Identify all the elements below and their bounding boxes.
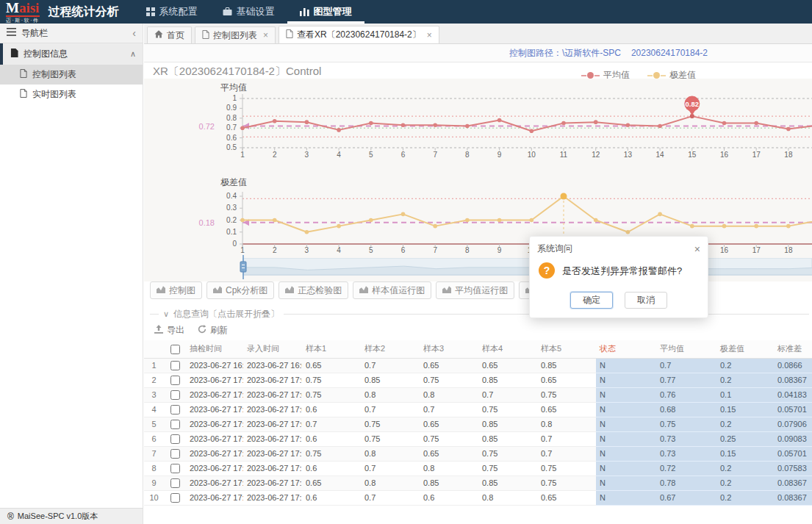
svg-text:17: 17 — [752, 246, 761, 254]
mini-chart-icon — [213, 285, 222, 295]
legend-marker — [647, 72, 666, 79]
confirm-button[interactable]: 确定 — [570, 292, 613, 309]
chevron-down-icon: ∨ — [163, 309, 169, 319]
col-header-6: 样本5 — [537, 340, 596, 358]
chart-title: XR〔20230624170184-2〕Control — [153, 65, 321, 79]
col-header-0: 抽检时间 — [186, 340, 243, 358]
svg-text:8: 8 — [465, 151, 470, 159]
mini-chart-icon — [359, 285, 368, 295]
table-row: 92023-06-27 17:112023-06-27 17:110.650.8… — [144, 475, 812, 490]
nav-item-0[interactable]: 系统配置 — [134, 0, 210, 24]
breadcrumb-label: 控制图路径： — [509, 47, 562, 60]
info-query-divider[interactable]: ∨ 信息查询〔点击展开折叠〕 — [150, 308, 809, 320]
tab-2[interactable]: 查看XR〔20230624170184-2〕× — [279, 26, 439, 43]
svg-text:16: 16 — [720, 151, 729, 159]
control-charts-block: 平均值 0.50.60.70.80.9112345678910111213141… — [144, 79, 812, 281]
tab-1[interactable]: 控制图列表× — [195, 26, 276, 43]
row-checkbox[interactable] — [170, 376, 180, 385]
row-checkbox[interactable] — [170, 464, 180, 473]
svg-text:1: 1 — [232, 94, 237, 102]
svg-text:1: 1 — [240, 246, 245, 254]
chart-type-button-1[interactable]: Cpk分析图 — [206, 281, 274, 299]
breadcrumb-path: \迈斯软件-SPC — [562, 47, 621, 60]
table-row: 22023-06-27 17:082023-06-27 17:080.750.8… — [144, 373, 812, 387]
svg-text:0.2: 0.2 — [226, 216, 237, 224]
mini-chart-icon — [157, 285, 165, 295]
breadcrumb-id: 20230624170184-2 — [631, 48, 708, 58]
table-actions: 导出 刷新 — [154, 324, 228, 337]
chart-icon — [300, 7, 309, 16]
file-filled-icon — [10, 49, 18, 60]
sidebar-item-1[interactable]: 实时图列表 — [0, 85, 143, 104]
svg-text:2: 2 — [273, 151, 277, 159]
cancel-button[interactable]: 取消 — [625, 292, 667, 309]
mean-control-chart: 0.50.60.70.80.91123456789101112131415161… — [144, 87, 812, 161]
col-header-1: 录入时间 — [243, 340, 302, 358]
sidebar-header: 导航栏 ‹ — [0, 24, 143, 43]
export-button[interactable]: 导出 — [154, 324, 184, 337]
table-row: 32023-06-27 17:092023-06-27 17:090.750.8… — [144, 387, 812, 402]
row-checkbox[interactable] — [170, 434, 180, 444]
sidebar-group-control-chart-info[interactable]: 控制图信息 ∧ — [0, 43, 143, 65]
col-header-2: 样本1 — [302, 340, 361, 358]
collapse-sidebar-icon[interactable]: ‹ — [132, 27, 136, 39]
logo-subtitle: 迈·斯·软·件 — [6, 15, 40, 23]
svg-text:9: 9 — [497, 151, 502, 159]
sidebar-item-0[interactable]: 控制图列表 — [0, 65, 143, 85]
nav-item-1[interactable]: 基础设置 — [210, 0, 287, 24]
system-inquiry-dialog: 系统询问 × ? 是否发送判异异常报警邮件? 确定 取消 — [529, 236, 708, 318]
file-icon — [286, 29, 293, 40]
close-icon[interactable]: × — [694, 244, 700, 254]
row-checkbox[interactable] — [170, 390, 180, 400]
col-header-4: 样本3 — [420, 340, 478, 358]
row-checkbox[interactable] — [170, 420, 180, 429]
dialog-title: 系统询问 — [537, 243, 572, 255]
mini-chart-icon — [285, 285, 294, 295]
row-number-header — [144, 340, 164, 358]
svg-text:0.7: 0.7 — [226, 123, 237, 132]
svg-text:5: 5 — [369, 151, 373, 159]
tab-0[interactable]: 首页 — [147, 26, 192, 43]
datazoom-slider[interactable] — [242, 258, 812, 276]
select-all-header — [164, 340, 186, 358]
tab-bar: 首页控制图列表×查看XR〔20230624170184-2〕× — [144, 24, 812, 44]
top-nav: 系统配置基础设置图型管理 — [134, 0, 364, 24]
row-checkbox[interactable] — [170, 449, 180, 459]
svg-text:3: 3 — [305, 151, 309, 159]
table-row: 82023-06-27 17:102023-06-27 17:100.60.70… — [144, 461, 812, 475]
svg-text:10: 10 — [528, 151, 536, 159]
chart-type-button-4[interactable]: 平均值运行图 — [436, 281, 514, 299]
nav-item-2[interactable]: 图型管理 — [287, 0, 364, 24]
legend-marker — [581, 72, 600, 79]
row-checkbox[interactable] — [170, 493, 180, 503]
col-header-5: 样本4 — [478, 340, 537, 358]
svg-text:1: 1 — [240, 151, 245, 159]
svg-text:0.3: 0.3 — [226, 204, 237, 212]
svg-text:18: 18 — [784, 151, 793, 159]
sample-data-table: 抽检时间录入时间样本1样本2样本3样本4样本5状态平均值极差值标准差 12023… — [144, 340, 812, 506]
briefcase-icon — [223, 7, 232, 16]
close-tab-icon[interactable]: × — [263, 30, 268, 40]
chart-type-button-0[interactable]: 控制图 — [150, 281, 202, 299]
sidebar-items: 控制图列表实时图列表 — [0, 65, 143, 104]
dialog-header: 系统询问 × — [530, 237, 708, 258]
version-bar: ® MaiSee-SPC v1.0版本 — [0, 508, 143, 524]
svg-text:0: 0 — [232, 240, 237, 248]
svg-text:5: 5 — [369, 246, 373, 254]
info-query-title: 信息查询〔点击展开折叠〕 — [173, 308, 279, 320]
select-all-checkbox[interactable] — [170, 345, 180, 354]
chart-type-button-3[interactable]: 样本值运行图 — [353, 281, 431, 299]
svg-text:14: 14 — [656, 151, 665, 159]
close-tab-icon[interactable]: × — [427, 30, 432, 40]
chart-type-button-2[interactable]: 正态检验图 — [279, 281, 348, 299]
refresh-button[interactable]: 刷新 — [198, 324, 228, 337]
dialog-footer: 确定 取消 — [530, 290, 708, 317]
svg-text:7: 7 — [433, 151, 437, 159]
chevron-up-icon: ∧ — [130, 49, 136, 59]
svg-text:7: 7 — [433, 246, 437, 254]
question-icon: ? — [539, 262, 555, 279]
row-checkbox[interactable] — [170, 478, 180, 488]
row-checkbox[interactable] — [170, 405, 180, 414]
table-row: 52023-06-27 17:092023-06-27 17:090.70.75… — [144, 417, 812, 431]
row-checkbox[interactable] — [170, 361, 180, 370]
